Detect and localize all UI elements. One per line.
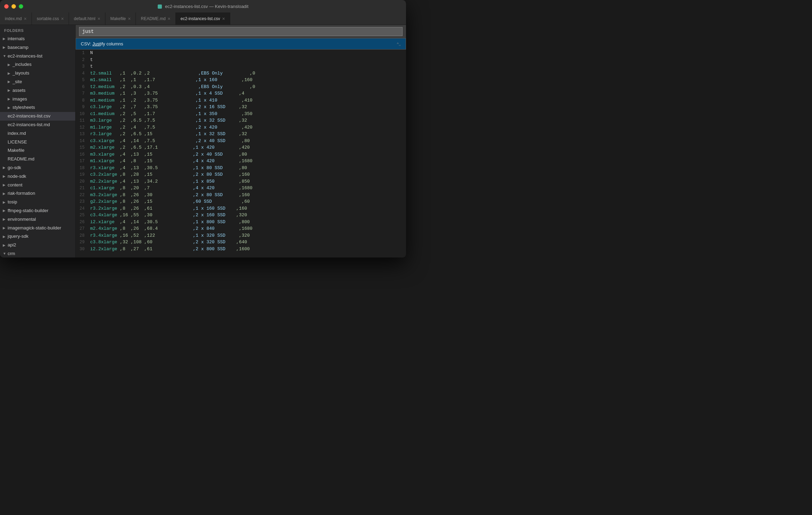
line-content: m1.small ,1 ,1 ,1.7 ,1 x 160 ,160 <box>89 77 389 84</box>
sidebar-item-ffmpeg[interactable]: ffmpeg-static-builder <box>0 207 75 215</box>
tab-makefile[interactable]: Makefile × <box>105 12 136 25</box>
tab-default-html[interactable]: default.html × <box>69 12 105 25</box>
tab-close-icon[interactable]: × <box>222 16 225 21</box>
close-button[interactable] <box>4 4 9 9</box>
line-number: 23 <box>76 199 89 205</box>
sidebar-item-basecamp[interactable]: basecamp <box>0 43 75 52</box>
command-palette: CSV: Justify columns ^,, <box>76 25 406 50</box>
line-number: 8 <box>76 97 89 104</box>
sidebar-item-includes[interactable]: _includes <box>0 60 75 69</box>
editor-content-row: 1 N 2 t 3 t 4 t2.small ,1 ,0.2 ,2 ,EBS O… <box>76 50 406 258</box>
command-result-bold: Just <box>92 41 101 46</box>
arrow-icon <box>3 234 8 239</box>
code-line-22: 22 m3.2xlarge ,8 ,26 ,30 ,2 x 80 SSD ,16… <box>76 192 389 199</box>
code-line-3: 3 t <box>76 63 389 70</box>
minimap <box>389 50 406 258</box>
code-line-9: 9 c3.large ,2 ,7 ,3.75 ,2 x 16 SSD ,32 <box>76 104 389 111</box>
line-number: 14 <box>76 138 89 144</box>
sidebar-item-api2[interactable]: api2 <box>0 241 75 250</box>
line-content: c1.xlarge ,8 ,20 ,7 ,4 x 420 ,1680 <box>89 185 389 192</box>
tab-bar: index.md × sortable.css × default.html ×… <box>0 12 406 25</box>
sidebar-item-images[interactable]: images <box>0 95 75 104</box>
line-content: c3.large ,2 ,7 ,3.75 ,2 x 16 SSD ,32 <box>89 104 389 111</box>
tab-close-icon[interactable]: × <box>61 16 64 21</box>
code-line-11: 11 m3.large ,2 ,6.5 ,7.5 ,1 x 32 SSD ,32 <box>76 117 389 124</box>
line-number: 18 <box>76 165 89 171</box>
tab-readme-md[interactable]: README.md × <box>136 12 176 25</box>
sidebar-item-internals[interactable]: internals <box>0 35 75 43</box>
tab-close-icon[interactable]: × <box>128 16 131 21</box>
code-line-14: 14 c3.xlarge ,4 ,14 ,7.5 ,2 x 40 SSD ,80 <box>76 138 389 145</box>
line-content: m1.medium ,1 ,2 ,3.75 ,1 x 410 ,410 <box>89 97 389 104</box>
sidebar-item-ec2-md[interactable]: ec2-instances-list.md <box>0 121 75 129</box>
code-line-5: 5 m1.small ,1 ,1 ,1.7 ,1 x 160 ,160 <box>76 77 389 84</box>
spacer <box>3 139 8 145</box>
sidebar-item-site[interactable]: _site <box>0 78 75 86</box>
line-number: 21 <box>76 185 89 191</box>
arrow-icon <box>3 200 8 205</box>
sidebar-item-crm[interactable]: crm <box>0 250 75 258</box>
line-content: m3.medium ,1 ,3 ,3.75 ,1 x 4 SSD ,4 <box>89 90 389 97</box>
arrow-icon <box>3 174 8 179</box>
line-content: c3.8xlarge ,32 ,108 ,60 ,2 x 320 SSD ,64… <box>89 239 389 246</box>
tab-label: ec2-instances-list.csv <box>181 16 220 21</box>
tab-close-icon[interactable]: × <box>97 16 100 21</box>
tab-index-md[interactable]: index.md × <box>0 12 32 25</box>
tab-sortable-css[interactable]: sortable.css × <box>32 12 69 25</box>
line-content: N <box>89 50 389 56</box>
arrow-icon <box>8 79 12 85</box>
folder-label: ec2-instances-list <box>8 53 75 60</box>
arrow-icon <box>3 225 8 231</box>
sidebar-item-ec2-csv[interactable]: ec2-instances-list.csv <box>0 112 75 121</box>
line-number: 10 <box>76 111 89 117</box>
folder-label: internals <box>8 35 75 43</box>
command-result[interactable]: CSV: Justify columns ^,, <box>76 38 406 49</box>
folder-label: assets <box>12 87 75 94</box>
sidebar-item-imagemagick[interactable]: imagemagick-static-builder <box>0 224 75 233</box>
folder-label: stylesheets <box>12 104 75 111</box>
line-number: 3 <box>76 63 89 70</box>
arrow-icon <box>3 251 8 256</box>
sidebar: FOLDERS internals basecamp ec2-instances… <box>0 25 76 258</box>
sidebar-item-riak[interactable]: riak-formation <box>0 189 75 198</box>
sidebar-item-index-md[interactable]: index.md <box>0 129 75 138</box>
code-line-25: 25 c3.4xlarge ,16 ,55 ,30 ,2 x 160 SSD ,… <box>76 212 389 219</box>
titlebar: ec2-instances-list.csv — Kevin-transload… <box>0 0 406 12</box>
folder-label: images <box>12 96 75 103</box>
sidebar-item-license[interactable]: LICENSE <box>0 138 75 147</box>
sidebar-item-assets[interactable]: assets <box>0 86 75 95</box>
folder-label: api2 <box>8 242 75 249</box>
sidebar-item-node-sdk[interactable]: node-sdk <box>0 172 75 181</box>
line-content: m2.4xlarge ,8 ,26 ,68.4 ,2 x 840 ,1680 <box>89 225 389 232</box>
code-editor[interactable]: 1 N 2 t 3 t 4 t2.small ,1 ,0.2 ,2 ,EBS O… <box>76 50 389 258</box>
editor-area: CSV: Justify columns ^,, 1 N 2 t 3 <box>76 25 406 258</box>
sidebar-item-content[interactable]: content <box>0 181 75 190</box>
traffic-lights[interactable] <box>4 4 23 9</box>
command-input[interactable] <box>79 27 403 36</box>
line-number: 28 <box>76 233 89 239</box>
sidebar-item-go-sdk[interactable]: go-sdk <box>0 164 75 172</box>
minimize-button[interactable] <box>11 4 16 9</box>
folder-label: node-sdk <box>8 173 75 180</box>
maximize-button[interactable] <box>19 4 23 9</box>
sidebar-item-layouts[interactable]: _layouts <box>0 69 75 78</box>
tab-ec2-csv[interactable]: ec2-instances-list.csv × <box>176 12 230 25</box>
tab-close-icon[interactable]: × <box>24 16 27 21</box>
sidebar-item-makefile[interactable]: Makefile <box>0 146 75 155</box>
arrow-icon <box>3 45 8 50</box>
arrow-icon <box>8 88 12 93</box>
code-line-29: 29 c3.8xlarge ,32 ,108 ,60 ,2 x 320 SSD … <box>76 239 389 246</box>
code-line-12: 12 m1.large ,2 ,4 ,7.5 ,2 x 420 ,420 <box>76 124 389 131</box>
line-content: m2.xlarge ,2 ,6.5 ,17.1 ,1 x 420 ,420 <box>89 144 389 151</box>
command-dropdown: CSV: Justify columns ^,, <box>76 38 406 50</box>
sidebar-item-readme[interactable]: README.md <box>0 155 75 164</box>
tab-close-icon[interactable]: × <box>168 16 171 21</box>
sidebar-item-jquery-sdk[interactable]: jquery-sdk <box>0 232 75 241</box>
sidebar-item-tosip[interactable]: tosip <box>0 198 75 207</box>
sidebar-item-ec2[interactable]: ec2-instances-list <box>0 52 75 61</box>
line-content: g2.2xlarge ,8 ,26 ,15 ,60 SSD ,60 <box>89 198 389 205</box>
line-number: 6 <box>76 84 89 90</box>
folder-label: ffmpeg-static-builder <box>8 207 75 215</box>
sidebar-item-stylesheets[interactable]: stylesheets <box>0 103 75 112</box>
sidebar-item-environmental[interactable]: environmental <box>0 215 75 224</box>
